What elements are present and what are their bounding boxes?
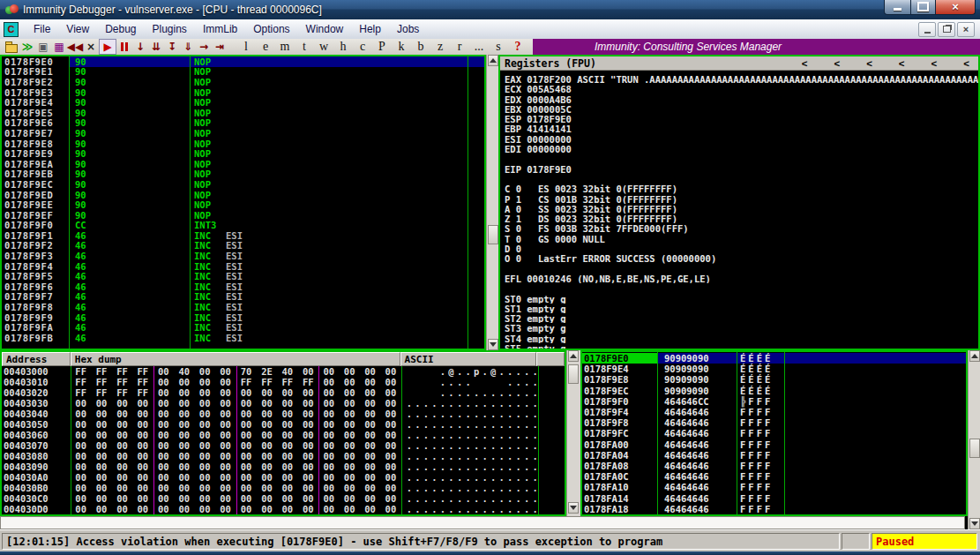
stack-row[interactable]: 0178F9F0464646CC╠FFF: [582, 396, 966, 407]
disasm-row[interactable]: 0178F9F946INCESI: [2, 312, 484, 323]
hexdump-row[interactable]: 0040309000000000000000000000000000000000…: [2, 461, 565, 472]
stack-scrollbar[interactable]: [968, 350, 980, 529]
disasm-row[interactable]: 0178F9EE90NOP: [2, 199, 484, 210]
disasm-row[interactable]: 0178F9EB90NOP: [2, 169, 484, 180]
register-line[interactable]: EAX 0178F200 ASCII "TRUN .AAAAAAAAAAAAAA…: [505, 74, 978, 84]
register-line[interactable]: [505, 174, 978, 184]
toolbar-letter-button[interactable]: P: [372, 40, 392, 54]
disasm-row[interactable]: 0178F9EC90NOP: [2, 179, 484, 190]
menu-item-file[interactable]: File: [26, 19, 58, 39]
scroll-down-button[interactable]: [568, 502, 579, 514]
register-line[interactable]: [505, 154, 978, 163]
disasm-row[interactable]: 0178F9F246INCESI: [2, 241, 484, 251]
step-over-icon[interactable]: ⇊: [148, 40, 164, 54]
horizontal-scrollbar-track[interactable]: [0, 516, 965, 529]
close-button[interactable]: ×: [935, 0, 976, 15]
menu-item-window[interactable]: Window: [298, 19, 352, 39]
disasm-row[interactable]: 0178F9F646INCESI: [2, 281, 484, 292]
register-line[interactable]: ST3 empty g: [505, 323, 978, 333]
register-line[interactable]: ST0 empty g: [505, 294, 978, 304]
hexdump-row[interactable]: 00403020FFFFFFFF000000000000000000000000…: [2, 387, 565, 398]
toolbar-letter-button[interactable]: b: [411, 40, 430, 54]
disasm-row[interactable]: 0178F9E890NOP: [2, 139, 484, 149]
register-line[interactable]: ST5 empty g: [505, 343, 978, 350]
stack-row[interactable]: 0178F9FC46464646FFFF: [582, 428, 966, 439]
register-line[interactable]: EBX 0000005C: [505, 104, 978, 114]
menu-item-immlib[interactable]: ImmLib: [195, 19, 245, 39]
hexdump-header-address[interactable]: Address: [2, 352, 71, 366]
stack-row[interactable]: 0178F9EC90909090ÉÉÉÉ: [582, 386, 966, 396]
hexdump-scrollbar[interactable]: [566, 350, 580, 516]
disasm-row[interactable]: 0178F9FA46INCESI: [2, 322, 484, 333]
disasm-row[interactable]: 0178F9F146INCESI: [2, 230, 484, 241]
disasm-row[interactable]: 0178F9E690NOP: [2, 118, 484, 129]
execute-till-return-icon[interactable]: →: [196, 40, 212, 54]
scroll-down-button[interactable]: [969, 518, 980, 529]
attach-icon[interactable]: ≫: [19, 40, 35, 54]
mdi-system-menu-icon[interactable]: C: [4, 22, 19, 37]
toolbar-letter-button[interactable]: h: [333, 40, 353, 54]
register-line[interactable]: EFL 00010246 (NO,NB,E,BE,NS,PE,GE,LE): [505, 274, 978, 283]
menu-item-debug[interactable]: Debug: [97, 19, 144, 39]
mdi-restore-button[interactable]: [938, 22, 955, 37]
windows-list-icon[interactable]: ▦: [51, 40, 67, 54]
register-line[interactable]: S 0 FS 003B 32bit 7FFDE000(FFF): [505, 223, 978, 233]
disasm-row[interactable]: 0178F9EA90NOP: [2, 159, 484, 169]
chevron-left-icon[interactable]: <: [963, 58, 969, 69]
hexdump-row[interactable]: 0040308000000000000000000000000000000000…: [2, 451, 565, 461]
scroll-thumb[interactable]: [488, 225, 498, 244]
toolbar-letter-button[interactable]: e: [256, 40, 275, 54]
toolbar-letter-button[interactable]: r: [450, 40, 469, 54]
stack-row[interactable]: 0178F9F446464646FFFF: [582, 407, 966, 417]
disasm-row[interactable]: 0178F9F0CCINT3: [2, 221, 484, 231]
toolbar-letter-button[interactable]: z: [430, 40, 450, 54]
chevron-left-icon[interactable]: <: [802, 58, 808, 69]
register-line[interactable]: EIP 0178F9E0: [505, 164, 978, 174]
register-line[interactable]: ST2 empty g: [505, 313, 978, 323]
stack-row[interactable]: 0178FA1446464646FFFF: [582, 492, 966, 503]
register-line[interactable]: [505, 264, 978, 274]
disasm-row[interactable]: 0178F9F546INCESI: [2, 271, 484, 281]
disasm-row[interactable]: 0178F9E590NOP: [2, 108, 484, 118]
menu-item-help[interactable]: Help: [351, 19, 389, 39]
disasm-row[interactable]: 0178F9EF90NOP: [2, 210, 484, 221]
execute-till-user-icon[interactable]: ⇥: [212, 40, 228, 54]
menu-item-jobs[interactable]: Jobs: [389, 19, 427, 39]
mdi-minimize-button[interactable]: [918, 22, 936, 37]
register-line[interactable]: ECX 005A5468: [505, 84, 978, 94]
disasm-row[interactable]: 0178F9FB46INCESI: [2, 333, 484, 343]
register-line[interactable]: ST1 empty g: [505, 304, 978, 313]
hexdump-row[interactable]: 004030C000000000000000000000000000000000…: [2, 493, 565, 504]
hexdump-row[interactable]: 004030D000000000000000000000000000000000…: [2, 504, 565, 514]
register-line[interactable]: ESP 0178F9E0: [505, 114, 978, 124]
disasm-row[interactable]: 0178F9F746INCESI: [2, 292, 484, 303]
disassembly-scrollbar[interactable]: [486, 55, 498, 350]
disasm-row[interactable]: 0178F9F446INCESI: [2, 261, 484, 272]
register-line[interactable]: ESI 00000000: [505, 134, 978, 144]
hexdump-row[interactable]: 004030B000000000000000000000000000000000…: [2, 483, 565, 493]
register-line[interactable]: P 1 CS 001B 32bit 0(FFFFFFFF): [505, 194, 978, 204]
scroll-thumb[interactable]: [568, 364, 579, 384]
window-icon[interactable]: ▣: [35, 40, 51, 54]
animate-over-icon[interactable]: ⇓: [180, 40, 196, 54]
disasm-row[interactable]: 0178F9E490NOP: [2, 97, 484, 108]
scroll-thumb[interactable]: [969, 439, 980, 458]
hexdump-row[interactable]: 004030A000000000000000000000000000000000…: [2, 472, 565, 483]
stack-row[interactable]: 0178FA0446464646FFFF: [582, 450, 966, 461]
disasm-row[interactable]: 0178F9E390NOP: [2, 87, 484, 98]
toolbar-letter-button[interactable]: ...: [469, 40, 489, 54]
disasm-row[interactable]: 0178F9E090NOP: [2, 56, 484, 67]
minimize-button[interactable]: [884, 0, 911, 15]
hexdump-header-hex-dump[interactable]: Hex dump: [71, 352, 400, 366]
toolbar-letter-button[interactable]: w: [314, 40, 333, 54]
hexdump-row[interactable]: 0040307000000000000000000000000000000000…: [2, 440, 565, 451]
toolbar-letter-button[interactable]: m: [275, 40, 295, 54]
close-program-icon[interactable]: ×: [83, 40, 99, 54]
stack-row[interactable]: 0178F9F846464646FFFF: [582, 417, 966, 428]
toolbar-letter-button[interactable]: t: [295, 40, 314, 54]
mdi-close-button[interactable]: ×: [957, 22, 975, 37]
disasm-row[interactable]: 0178F9E990NOP: [2, 148, 484, 159]
open-file-icon[interactable]: [4, 40, 19, 54]
stack-row[interactable]: 0178FA1846464646FFFF: [582, 504, 966, 514]
disasm-row[interactable]: 0178F9E290NOP: [2, 77, 484, 87]
